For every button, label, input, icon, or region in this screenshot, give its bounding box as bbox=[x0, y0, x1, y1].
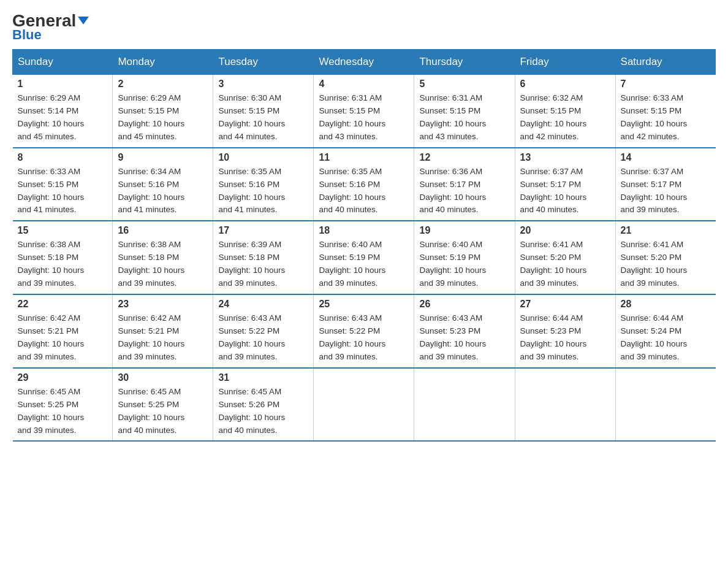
day-info: Sunrise: 6:33 AMSunset: 5:15 PMDaylight:… bbox=[621, 92, 711, 144]
day-info: Sunrise: 6:44 AMSunset: 5:23 PMDaylight:… bbox=[520, 312, 610, 364]
calendar-cell: 10Sunrise: 6:35 AMSunset: 5:16 PMDayligh… bbox=[213, 148, 314, 221]
day-number: 17 bbox=[218, 225, 308, 236]
calendar-cell: 25Sunrise: 6:43 AMSunset: 5:22 PMDayligh… bbox=[314, 294, 414, 368]
day-number: 30 bbox=[118, 372, 208, 383]
day-info: Sunrise: 6:33 AMSunset: 5:15 PMDaylight:… bbox=[18, 166, 108, 217]
calendar-cell: 22Sunrise: 6:42 AMSunset: 5:21 PMDayligh… bbox=[13, 294, 113, 368]
week-row-3: 15Sunrise: 6:38 AMSunset: 5:18 PMDayligh… bbox=[13, 221, 716, 294]
day-number: 20 bbox=[520, 225, 610, 236]
day-number: 18 bbox=[319, 225, 409, 236]
calendar-cell: 28Sunrise: 6:44 AMSunset: 5:24 PMDayligh… bbox=[615, 294, 715, 368]
calendar-cell: 13Sunrise: 6:37 AMSunset: 5:17 PMDayligh… bbox=[515, 148, 615, 221]
calendar-cell: 16Sunrise: 6:38 AMSunset: 5:18 PMDayligh… bbox=[113, 221, 213, 294]
calendar-cell: 12Sunrise: 6:36 AMSunset: 5:17 PMDayligh… bbox=[414, 148, 515, 221]
calendar-cell: 24Sunrise: 6:43 AMSunset: 5:22 PMDayligh… bbox=[213, 294, 314, 368]
calendar-cell: 11Sunrise: 6:35 AMSunset: 5:16 PMDayligh… bbox=[314, 148, 414, 221]
day-number: 23 bbox=[118, 299, 208, 310]
day-number: 8 bbox=[18, 152, 108, 163]
day-info: Sunrise: 6:41 AMSunset: 5:20 PMDaylight:… bbox=[621, 239, 711, 290]
header-monday: Monday bbox=[113, 50, 213, 75]
day-number: 9 bbox=[118, 152, 208, 163]
week-row-4: 22Sunrise: 6:42 AMSunset: 5:21 PMDayligh… bbox=[13, 294, 716, 368]
day-info: Sunrise: 6:34 AMSunset: 5:16 PMDaylight:… bbox=[118, 166, 208, 217]
header-saturday: Saturday bbox=[615, 50, 715, 75]
calendar-header-row: SundayMondayTuesdayWednesdayThursdayFrid… bbox=[13, 50, 716, 75]
calendar-cell: 9Sunrise: 6:34 AMSunset: 5:16 PMDaylight… bbox=[113, 148, 213, 221]
header-thursday: Thursday bbox=[414, 50, 515, 75]
day-info: Sunrise: 6:30 AMSunset: 5:15 PMDaylight:… bbox=[218, 92, 308, 144]
page-header: General Blue bbox=[12, 12, 716, 43]
day-number: 25 bbox=[319, 299, 409, 310]
day-info: Sunrise: 6:35 AMSunset: 5:16 PMDaylight:… bbox=[319, 166, 409, 217]
day-number: 7 bbox=[621, 79, 711, 90]
day-number: 16 bbox=[118, 225, 208, 236]
day-number: 19 bbox=[419, 225, 509, 236]
day-info: Sunrise: 6:43 AMSunset: 5:22 PMDaylight:… bbox=[319, 312, 409, 364]
calendar-cell: 23Sunrise: 6:42 AMSunset: 5:21 PMDayligh… bbox=[113, 294, 213, 368]
day-info: Sunrise: 6:32 AMSunset: 5:15 PMDaylight:… bbox=[520, 92, 610, 144]
day-info: Sunrise: 6:37 AMSunset: 5:17 PMDaylight:… bbox=[520, 166, 610, 217]
day-info: Sunrise: 6:42 AMSunset: 5:21 PMDaylight:… bbox=[18, 312, 108, 364]
calendar-cell: 18Sunrise: 6:40 AMSunset: 5:19 PMDayligh… bbox=[314, 221, 414, 294]
day-info: Sunrise: 6:45 AMSunset: 5:25 PMDaylight:… bbox=[118, 386, 208, 437]
day-number: 29 bbox=[18, 372, 108, 383]
calendar-cell bbox=[414, 368, 515, 442]
day-info: Sunrise: 6:45 AMSunset: 5:25 PMDaylight:… bbox=[18, 386, 108, 437]
day-number: 4 bbox=[319, 79, 409, 90]
calendar-cell: 31Sunrise: 6:45 AMSunset: 5:26 PMDayligh… bbox=[213, 368, 314, 442]
day-number: 21 bbox=[621, 225, 711, 236]
day-info: Sunrise: 6:43 AMSunset: 5:23 PMDaylight:… bbox=[419, 312, 509, 364]
day-info: Sunrise: 6:43 AMSunset: 5:22 PMDaylight:… bbox=[218, 312, 308, 364]
calendar-cell: 6Sunrise: 6:32 AMSunset: 5:15 PMDaylight… bbox=[515, 75, 615, 148]
day-info: Sunrise: 6:41 AMSunset: 5:20 PMDaylight:… bbox=[520, 239, 610, 290]
day-number: 6 bbox=[520, 79, 610, 90]
calendar-cell: 1Sunrise: 6:29 AMSunset: 5:14 PMDaylight… bbox=[13, 75, 113, 148]
day-info: Sunrise: 6:29 AMSunset: 5:15 PMDaylight:… bbox=[118, 92, 208, 144]
day-info: Sunrise: 6:36 AMSunset: 5:17 PMDaylight:… bbox=[419, 166, 509, 217]
calendar-cell bbox=[314, 368, 414, 442]
calendar-cell: 19Sunrise: 6:40 AMSunset: 5:19 PMDayligh… bbox=[414, 221, 515, 294]
day-number: 14 bbox=[621, 152, 711, 163]
header-wednesday: Wednesday bbox=[314, 50, 414, 75]
header-tuesday: Tuesday bbox=[213, 50, 314, 75]
day-info: Sunrise: 6:38 AMSunset: 5:18 PMDaylight:… bbox=[118, 239, 208, 290]
day-number: 3 bbox=[218, 79, 308, 90]
day-info: Sunrise: 6:40 AMSunset: 5:19 PMDaylight:… bbox=[419, 239, 509, 290]
header-friday: Friday bbox=[515, 50, 615, 75]
day-number: 11 bbox=[319, 152, 409, 163]
calendar-cell: 5Sunrise: 6:31 AMSunset: 5:15 PMDaylight… bbox=[414, 75, 515, 148]
logo: General Blue bbox=[12, 12, 89, 43]
day-info: Sunrise: 6:31 AMSunset: 5:15 PMDaylight:… bbox=[319, 92, 409, 144]
calendar-cell: 14Sunrise: 6:37 AMSunset: 5:17 PMDayligh… bbox=[615, 148, 715, 221]
calendar-cell: 4Sunrise: 6:31 AMSunset: 5:15 PMDaylight… bbox=[314, 75, 414, 148]
calendar-cell: 21Sunrise: 6:41 AMSunset: 5:20 PMDayligh… bbox=[615, 221, 715, 294]
calendar-cell: 26Sunrise: 6:43 AMSunset: 5:23 PMDayligh… bbox=[414, 294, 515, 368]
day-number: 10 bbox=[218, 152, 308, 163]
calendar-cell bbox=[515, 368, 615, 442]
calendar-cell: 27Sunrise: 6:44 AMSunset: 5:23 PMDayligh… bbox=[515, 294, 615, 368]
day-number: 12 bbox=[419, 152, 509, 163]
day-number: 1 bbox=[18, 79, 108, 90]
day-number: 27 bbox=[520, 299, 610, 310]
week-row-5: 29Sunrise: 6:45 AMSunset: 5:25 PMDayligh… bbox=[13, 368, 716, 442]
day-info: Sunrise: 6:37 AMSunset: 5:17 PMDaylight:… bbox=[621, 166, 711, 217]
calendar-cell: 29Sunrise: 6:45 AMSunset: 5:25 PMDayligh… bbox=[13, 368, 113, 442]
day-number: 2 bbox=[118, 79, 208, 90]
day-number: 26 bbox=[419, 299, 509, 310]
calendar-cell: 30Sunrise: 6:45 AMSunset: 5:25 PMDayligh… bbox=[113, 368, 213, 442]
day-number: 28 bbox=[621, 299, 711, 310]
day-info: Sunrise: 6:40 AMSunset: 5:19 PMDaylight:… bbox=[319, 239, 409, 290]
logo-blue: Blue bbox=[12, 27, 42, 43]
calendar-cell bbox=[615, 368, 715, 442]
day-number: 15 bbox=[18, 225, 108, 236]
day-info: Sunrise: 6:45 AMSunset: 5:26 PMDaylight:… bbox=[218, 386, 308, 437]
calendar-cell: 3Sunrise: 6:30 AMSunset: 5:15 PMDaylight… bbox=[213, 75, 314, 148]
header-sunday: Sunday bbox=[13, 50, 113, 75]
calendar-table: SundayMondayTuesdayWednesdayThursdayFrid… bbox=[12, 49, 716, 442]
day-number: 5 bbox=[419, 79, 509, 90]
day-info: Sunrise: 6:31 AMSunset: 5:15 PMDaylight:… bbox=[419, 92, 509, 144]
calendar-cell: 15Sunrise: 6:38 AMSunset: 5:18 PMDayligh… bbox=[13, 221, 113, 294]
calendar-cell: 7Sunrise: 6:33 AMSunset: 5:15 PMDaylight… bbox=[615, 75, 715, 148]
day-number: 31 bbox=[218, 372, 308, 383]
day-number: 24 bbox=[218, 299, 308, 310]
